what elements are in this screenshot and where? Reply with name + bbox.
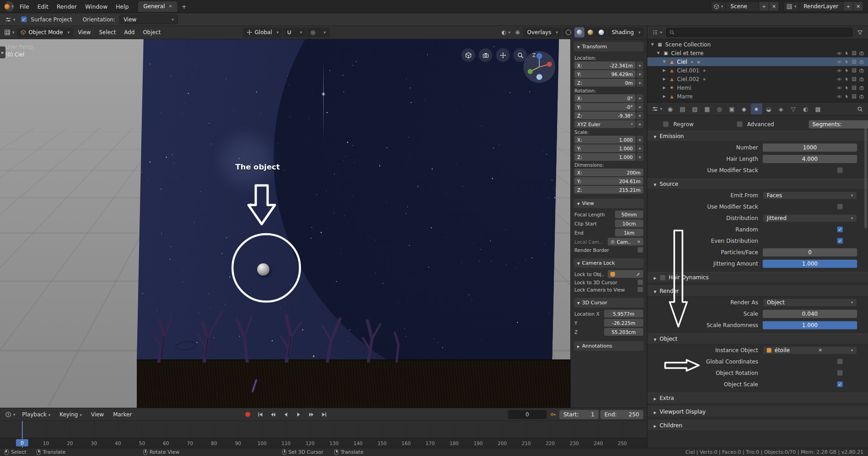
instance-object-field[interactable]: étoile✕ — [763, 346, 857, 354]
location-x-field[interactable]: X:-22.341m — [574, 61, 636, 69]
cursor-x-field[interactable]: 5.9577m — [604, 310, 643, 318]
play-button[interactable] — [293, 410, 304, 419]
animate-icon[interactable]: ◆ — [636, 79, 643, 87]
annotations-section-header[interactable]: Annotations — [574, 341, 644, 351]
marker-menu[interactable]: Marker — [109, 410, 135, 420]
particles-face-field[interactable]: 0 — [763, 248, 857, 256]
new-scene-button[interactable]: + — [759, 2, 769, 11]
hide-icon[interactable] — [837, 59, 842, 65]
new-layer-button[interactable]: + — [843, 2, 853, 11]
jittering-amount-slider[interactable]: 1.000 — [763, 260, 857, 268]
shading-wireframe-icon[interactable] — [563, 27, 574, 37]
selectable-icon[interactable] — [844, 68, 849, 73]
tab-object[interactable]: ▣ — [726, 103, 738, 114]
navigation-gizmo[interactable]: Z — [523, 51, 555, 83]
prev-keyframe-button[interactable] — [268, 410, 279, 419]
scale-x-field[interactable]: X:1.000 — [574, 136, 636, 143]
cursor-y-field[interactable]: -26.225m — [604, 319, 643, 327]
outliner-editor-icon[interactable] — [651, 27, 664, 37]
location-y-field[interactable]: Y:96.429m — [574, 70, 636, 78]
render-visibility-icon[interactable] — [859, 85, 864, 91]
outliner-search-input[interactable] — [666, 28, 852, 37]
viewport-menu-select[interactable]: Select — [95, 27, 119, 37]
holdout-icon[interactable] — [852, 77, 857, 82]
regrow-checkbox[interactable] — [663, 121, 669, 127]
location-z-field[interactable]: Z:0m — [574, 79, 636, 87]
viewport-menu-object[interactable]: Object — [139, 27, 164, 37]
filter-icon[interactable] — [855, 27, 865, 37]
play-reverse-button[interactable] — [280, 410, 291, 419]
holdout-icon[interactable] — [852, 51, 857, 56]
hair-dynamics-section-header[interactable]: Hair Dynamics — [647, 272, 868, 283]
animate-icon[interactable]: ◆ — [636, 144, 643, 152]
shading-dropdown[interactable]: Shading — [608, 27, 644, 37]
pan-view-icon[interactable] — [496, 48, 510, 62]
auto-keying-button[interactable] — [242, 410, 253, 419]
animate-icon[interactable]: ◆ — [636, 94, 643, 102]
rotation-z-field[interactable]: Z:-9.38° — [574, 112, 636, 119]
workspace-tab-general[interactable]: General ✕ — [138, 1, 177, 12]
overlays-dropdown[interactable]: Overlays — [523, 27, 561, 37]
remove-layer-button[interactable]: ✕ — [853, 2, 863, 11]
outliner-row-ciel-001[interactable]: ▶▲Ciel.001 ∗ — [647, 66, 868, 75]
scale-z-field[interactable]: Z:1.000 — [574, 153, 636, 161]
animate-icon[interactable]: ◆ — [636, 103, 643, 111]
clip-end-field[interactable]: 1km — [615, 229, 643, 236]
menu-window[interactable]: Window — [81, 1, 112, 12]
object-scale-checkbox[interactable] — [837, 381, 843, 387]
holdout-icon[interactable] — [852, 94, 857, 99]
shading-solid-icon[interactable] — [574, 27, 584, 37]
random-checkbox[interactable] — [837, 226, 843, 232]
tab-modifiers[interactable]: ◆ — [739, 103, 750, 114]
render-section-header[interactable]: Render — [647, 286, 868, 297]
tab-scene[interactable]: ▦ — [702, 103, 713, 114]
tab-world[interactable]: ◎ — [714, 103, 725, 114]
menu-file[interactable]: File — [16, 1, 33, 12]
properties-scrollbar[interactable] — [864, 123, 867, 228]
unlink-scene-button[interactable]: ✕ — [769, 2, 779, 11]
render-as-dropdown[interactable]: Object — [763, 298, 857, 307]
dimension-x-field[interactable]: X:200m — [574, 169, 643, 176]
transform-orientation-dropdown[interactable]: Global — [243, 27, 283, 37]
viewport-display-section-header[interactable]: Viewport Display — [647, 406, 868, 417]
render-visibility-icon[interactable] — [859, 51, 864, 56]
viewport-menu-view[interactable]: View — [74, 27, 94, 37]
emit-from-dropdown[interactable]: Faces — [763, 191, 857, 200]
timeline-view-menu[interactable]: View — [87, 410, 107, 420]
hide-icon[interactable] — [837, 85, 842, 91]
lock-object-field[interactable] — [608, 270, 643, 278]
scale-y-field[interactable]: Y:1.000 — [574, 144, 636, 152]
outliner-row-marre[interactable]: ▶▲Marre — [647, 92, 868, 101]
render-visibility-icon[interactable] — [859, 68, 864, 73]
segments-field[interactable]: Segments:5 — [809, 120, 868, 128]
render-layer-icon[interactable] — [784, 2, 799, 11]
perspective-toggle-icon[interactable] — [461, 48, 475, 62]
hide-icon[interactable] — [837, 77, 842, 82]
rotation-x-field[interactable]: X:0° — [574, 94, 636, 102]
next-keyframe-button[interactable] — [306, 410, 317, 419]
tab-texture[interactable]: ▩ — [812, 103, 824, 114]
holdout-icon[interactable] — [852, 85, 857, 90]
selectable-icon[interactable] — [844, 77, 849, 82]
scene-name[interactable]: Scene — [726, 2, 759, 11]
emission-section-header[interactable]: Emission — [647, 131, 868, 142]
scale-randomness-slider[interactable]: 1.000 — [763, 321, 857, 329]
outliner-row-ciel-et-terre[interactable]: ▼▣Ciel et terre — [647, 49, 868, 57]
holdout-icon[interactable] — [852, 59, 857, 64]
proportional-falloff-dropdown[interactable] — [319, 27, 329, 37]
add-workspace-button[interactable]: + — [178, 2, 190, 11]
outliner-row-scene-collection[interactable]: ▼▦Scene Collection — [647, 40, 868, 49]
render-layer-name[interactable]: RenderLayer — [799, 2, 843, 11]
global-coordinates-checkbox[interactable] — [837, 359, 843, 364]
editor-type-icon[interactable] — [3, 27, 16, 37]
hair-length-field[interactable]: 4.000 — [763, 155, 857, 163]
extra-section-header[interactable]: Extra — [647, 393, 868, 404]
render-scale-field[interactable]: 0.040 — [763, 310, 857, 318]
frame-end-field[interactable]: End:250 — [600, 410, 643, 419]
playback-menu[interactable]: Playback — [19, 410, 54, 420]
distribution-dropdown[interactable]: Jittered — [763, 214, 857, 222]
use-modifier-stack-checkbox[interactable] — [837, 204, 843, 210]
view-section-header[interactable]: View — [574, 199, 644, 208]
render-visibility-icon[interactable] — [859, 77, 864, 82]
selectable-icon[interactable] — [844, 85, 849, 90]
